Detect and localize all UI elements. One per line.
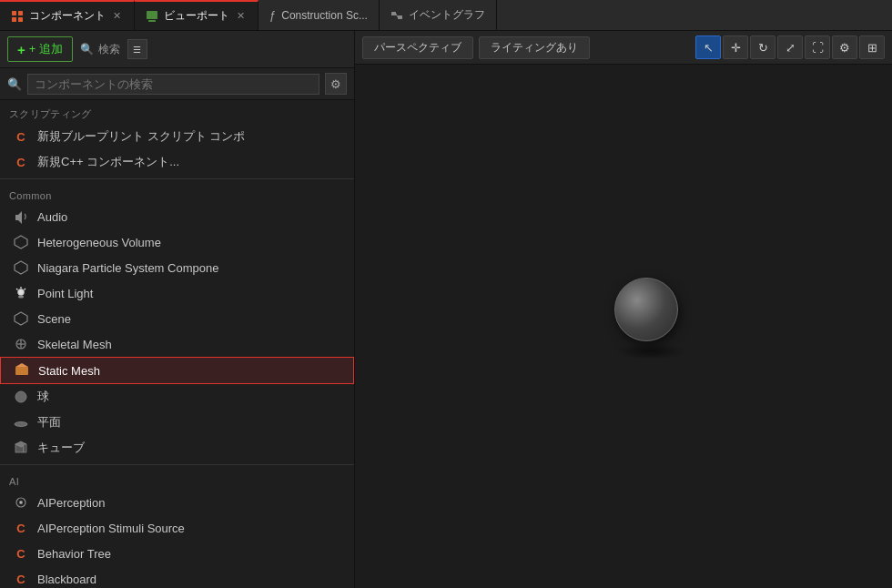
svg-marker-21 (15, 363, 28, 367)
scale-tool-button[interactable]: ⤢ (777, 35, 803, 59)
eventgraph-icon (390, 9, 403, 22)
viewport-area: パースペクティブ ライティングあり ↖ ✛ ↻ ⤢ ⛶ (355, 31, 892, 588)
list-item-new-bp-script[interactable]: C 新規ブループリント スクリプト コンポ (0, 124, 354, 149)
item-label: Blackboard (37, 573, 96, 586)
tab-viewport-label: ビューポート (164, 8, 229, 24)
move-tool-button[interactable]: ✛ (723, 35, 748, 59)
plane-icon (13, 414, 29, 431)
item-label: Heterogeneous Volume (37, 236, 161, 249)
search-small-label: 検索 (98, 42, 120, 57)
item-label: Scene (37, 312, 71, 326)
svg-marker-26 (24, 444, 26, 452)
grid (355, 65, 628, 201)
plus-icon: + (17, 42, 25, 57)
search-icon: 🔍 (7, 77, 22, 91)
tab-viewport[interactable]: ビューポート ✕ (135, 0, 258, 30)
svg-point-23 (15, 422, 27, 427)
gear-button[interactable]: ⚙ (325, 73, 347, 95)
hamburger-button[interactable]: ☰ (127, 39, 147, 59)
maximize-button[interactable]: ⛶ (805, 35, 830, 59)
list-item-cube[interactable]: キューブ (0, 435, 354, 461)
tab-components-label: コンポーネント (29, 8, 106, 24)
tab-construction-label: Construction Sc... (281, 9, 368, 22)
list-item-audio[interactable]: Audio (0, 204, 354, 229)
list-item-ai-perception[interactable]: AIPerception (0, 490, 354, 515)
C-icon-4: C (13, 571, 29, 587)
settings-button[interactable]: ⚙ (832, 35, 857, 59)
skeletal-icon (13, 336, 29, 352)
list-item-ai-stimuli[interactable]: C AIPerception Stimuli Source (0, 515, 354, 541)
add-button-label: + 追加 (29, 41, 63, 57)
tab-construction[interactable]: ƒ Construction Sc... (258, 0, 380, 30)
lighting-button[interactable]: ライティングあり (479, 36, 590, 59)
svg-marker-9 (15, 236, 27, 248)
options-icon: ⊞ (867, 41, 877, 55)
list-item-new-cpp[interactable]: C 新規C++ コンポーネント... (0, 149, 354, 175)
volume-icon (13, 234, 29, 250)
scale-icon: ⤢ (786, 41, 796, 55)
cursor-tool-button[interactable]: ↖ (695, 35, 721, 59)
svg-point-11 (18, 289, 25, 296)
component-icon (11, 10, 24, 23)
C-icon: C (13, 154, 29, 170)
item-label: Audio (37, 210, 67, 224)
audio-icon (13, 208, 29, 225)
ai-perception-icon (13, 494, 29, 511)
svg-rect-4 (147, 11, 157, 19)
function-icon: ƒ (269, 8, 276, 22)
rotate-tool-button[interactable]: ↻ (750, 35, 775, 59)
perspective-button[interactable]: パースペクティブ (362, 36, 473, 59)
section-scripting-label: スクリプティング (0, 100, 354, 124)
sphere-mesh (614, 278, 678, 341)
list-item-static-mesh[interactable]: Static Mesh (0, 357, 354, 384)
svg-rect-5 (148, 20, 156, 22)
comp-list: スクリプティング C 新規ブループリント スクリプト コンポ C 新規C++ コ… (0, 100, 354, 588)
comp-search-row: 🔍 ⚙ (0, 68, 354, 100)
list-item-blackboard[interactable]: C Blackboard (0, 566, 354, 588)
item-label: AIPerception Stimuli Source (37, 522, 185, 535)
tab-components[interactable]: コンポーネント ✕ (0, 0, 135, 30)
list-item-scene[interactable]: Scene (0, 306, 354, 331)
item-label: Point Light (37, 287, 93, 300)
svg-rect-7 (398, 15, 402, 19)
tab-viewport-close[interactable]: ✕ (235, 10, 247, 22)
list-item-plane[interactable]: 平面 (0, 410, 354, 435)
tab-components-close[interactable]: ✕ (111, 10, 123, 22)
options-button[interactable]: ⊞ (859, 35, 885, 59)
perspective-label: パースペクティブ (374, 41, 461, 54)
list-item-niagara[interactable]: Niagara Particle System Compone (0, 255, 354, 280)
list-item-heterogeneous[interactable]: Heterogeneous Volume (0, 229, 354, 255)
item-label: 新規ブループリント スクリプト コンポ (37, 128, 245, 145)
comp-search-input[interactable] (27, 74, 319, 95)
tab-bar: コンポーネント ✕ ビューポート ✕ ƒ Construction Sc... … (0, 0, 892, 31)
svg-rect-20 (15, 367, 28, 375)
comp-toolbar: + + 追加 🔍 検索 ☰ (0, 31, 354, 68)
gear-icon: ⚙ (330, 77, 341, 91)
section-common-label: Common (0, 183, 354, 204)
viewport-icon (146, 10, 158, 23)
add-component-button[interactable]: + + 追加 (7, 36, 73, 62)
search-small[interactable]: 🔍 検索 (80, 42, 120, 57)
svg-rect-3 (18, 17, 23, 22)
list-item-sphere[interactable]: 球 (0, 384, 354, 410)
svg-point-22 (15, 391, 26, 402)
svg-point-12 (18, 296, 24, 299)
scene-object (614, 278, 687, 360)
scene-icon (13, 310, 29, 327)
list-item-skeletal-mesh[interactable]: Skeletal Mesh (0, 331, 354, 357)
list-item-point-light[interactable]: Point Light (0, 280, 354, 306)
components-panel: + + 追加 🔍 検索 ☰ 🔍 ⚙ スクリプティング C (0, 31, 355, 588)
item-label: Behavior Tree (37, 547, 111, 561)
svg-rect-6 (391, 12, 396, 15)
viewport-canvas[interactable] (355, 65, 892, 588)
list-item-behavior-tree[interactable]: C Behavior Tree (0, 541, 354, 566)
tab-eventgraph[interactable]: イベントグラフ (380, 0, 497, 30)
cursor-icon: ↖ (704, 41, 714, 55)
maximize-icon: ⛶ (812, 41, 824, 55)
item-label: Niagara Particle System Compone (37, 261, 218, 275)
svg-line-15 (16, 289, 18, 290)
static-mesh-icon (14, 362, 30, 379)
tab-eventgraph-label: イベントグラフ (409, 7, 485, 23)
svg-point-29 (20, 502, 22, 503)
lighting-label: ライティングあり (491, 41, 578, 54)
